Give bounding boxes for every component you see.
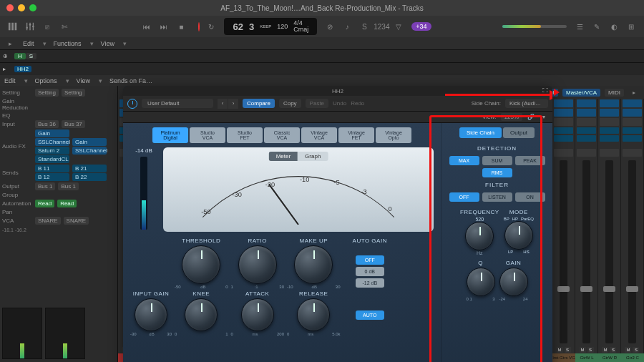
editbar-item[interactable]: Edit xyxy=(23,40,34,47)
cycle-icon[interactable]: ↻ xyxy=(205,21,217,32)
channel-fader[interactable] xyxy=(45,308,85,359)
q-knob[interactable]: Q 0.13 xyxy=(467,260,495,301)
autogain-off[interactable]: OFF xyxy=(356,255,384,265)
release-knob[interactable]: RELEASE 0ms5.0k xyxy=(287,290,341,336)
channel-fader[interactable] xyxy=(2,308,42,359)
insert-slot[interactable]: SSLChannel xyxy=(35,138,69,146)
sidechain-tab[interactable]: Side Chain xyxy=(459,127,502,138)
rewind-icon[interactable]: ⏮ xyxy=(141,21,152,32)
gain-knob[interactable]: GAIN -2424 xyxy=(499,260,528,301)
editbar-item[interactable]: Functions xyxy=(54,40,82,47)
mixer-channel-strip[interactable]: MS xyxy=(575,99,598,353)
attack-knob[interactable]: ATTACK 0ms200 xyxy=(231,290,285,336)
detection-button[interactable]: RMS xyxy=(482,168,512,177)
link-icon[interactable]: 🔗 xyxy=(527,113,535,122)
autogain-12db[interactable]: -12 dB xyxy=(356,278,384,288)
bus-in[interactable]: Bus 36 xyxy=(35,120,59,128)
tuner-icon[interactable]: ♪ xyxy=(341,21,353,32)
copy-button[interactable]: Copy xyxy=(279,99,301,108)
mixer-channel-strip[interactable]: MS xyxy=(621,99,644,353)
plugin-titlebar[interactable]: HH2 ⛶ xyxy=(123,86,552,96)
setting-button[interactable]: Setting xyxy=(62,89,85,97)
notes-icon[interactable]: ✎ xyxy=(591,21,602,32)
autogain-0db[interactable]: 0 dB xyxy=(356,267,384,276)
vca-slot[interactable]: SNARE xyxy=(35,217,61,225)
mixer-channel-strip[interactable]: MS xyxy=(552,99,575,353)
mixer-tab[interactable]: Master/VCA xyxy=(562,89,600,97)
undo-button[interactable]: Undo xyxy=(333,100,346,107)
model-button[interactable]: StudioFET xyxy=(227,127,263,143)
model-button[interactable]: VintageOpto xyxy=(376,127,411,143)
detection-button[interactable]: PEAK xyxy=(515,156,545,165)
model-button[interactable]: ClassicVCA xyxy=(264,127,300,143)
next-preset-icon[interactable]: › xyxy=(228,99,238,109)
library-icon[interactable] xyxy=(7,21,19,32)
insert-slot[interactable]: Saturn 2 xyxy=(35,147,69,155)
track-color-label[interactable]: GtrW R xyxy=(598,353,621,362)
setting-button[interactable]: Setting xyxy=(35,89,59,97)
vca-slot[interactable]: SNARE xyxy=(64,217,89,225)
send-slot[interactable]: B 12 xyxy=(35,173,69,181)
chevron-left-icon[interactable]: ▸ xyxy=(4,38,16,49)
output-tab[interactable]: Output xyxy=(503,127,535,138)
solo-indicator[interactable]: H xyxy=(14,53,26,59)
model-button[interactable]: VintageVCA xyxy=(301,127,337,143)
makeup-knob[interactable]: MAKE UP -10dB30 xyxy=(287,238,341,289)
chevron-right-icon[interactable]: ▸ xyxy=(628,87,640,98)
preset-dropdown[interactable]: User Default xyxy=(142,99,213,108)
track-color-label[interactable]: GtrW L xyxy=(575,353,598,362)
lcd-display[interactable]: 62 3 KEEP 120 4/4 Cmaj xyxy=(224,18,317,35)
input-gain-knob[interactable]: INPUT GAIN -30dB30 xyxy=(130,290,172,336)
detection-button[interactable]: SUM xyxy=(482,156,512,165)
mixer-edit-item[interactable]: Edit xyxy=(4,77,16,84)
replace-icon[interactable]: ⊘ xyxy=(324,21,336,32)
master-volume[interactable] xyxy=(502,25,567,28)
compare-button[interactable]: Compare xyxy=(243,99,275,108)
forward-icon[interactable]: ⏭ xyxy=(158,21,170,32)
stop-icon[interactable]: ■ xyxy=(175,21,187,32)
mixer-icon[interactable] xyxy=(24,21,36,32)
s-indicator[interactable]: S xyxy=(26,53,36,59)
filter-button[interactable]: LISTEN xyxy=(482,192,512,202)
solo-icon[interactable]: S xyxy=(358,21,370,32)
ratio-knob[interactable]: RATIO 1:130 xyxy=(231,238,285,289)
send-slot[interactable]: B 22 xyxy=(72,173,107,181)
output-slot[interactable]: Bus 1 xyxy=(35,182,55,190)
track-color-label[interactable]: Gtr2 C xyxy=(621,353,644,362)
vu-tab-meter[interactable]: Meter xyxy=(269,152,298,161)
auto-release-button[interactable]: AUTO xyxy=(356,310,384,320)
redo-button[interactable]: Redo xyxy=(351,100,364,107)
editbar-item[interactable]: View xyxy=(101,40,114,47)
filter-button[interactable]: OFF xyxy=(449,192,479,202)
toolbar-icon[interactable]: ⎚ xyxy=(42,21,53,32)
send-slot[interactable]: B 21 xyxy=(72,165,107,172)
mixer-edit-item[interactable]: View xyxy=(77,77,90,84)
insert-slot[interactable]: Gain xyxy=(72,138,107,146)
insert-slot[interactable]: Gain xyxy=(35,129,69,137)
mode-knob[interactable]: MODE BP HP ParEQ LP HS xyxy=(504,209,534,255)
mixer-edit-item[interactable]: Options xyxy=(35,77,57,84)
power-button[interactable] xyxy=(127,99,137,109)
mixer-tab[interactable]: MIDI xyxy=(605,89,624,97)
insert-slot[interactable]: StandardCL xyxy=(35,155,69,163)
loops-icon[interactable]: ◐ xyxy=(608,21,620,32)
browser-icon[interactable]: ⊞ xyxy=(625,21,637,32)
mixer-channel-strip[interactable]: MS xyxy=(598,99,621,353)
cpu-badge[interactable]: +34 xyxy=(411,22,431,31)
output-slot[interactable]: Bus 1 xyxy=(58,182,78,190)
record-button[interactable] xyxy=(198,23,200,31)
sidechain-dropdown[interactable]: Kick (Audi… xyxy=(505,99,548,108)
automation-mode[interactable]: Read xyxy=(57,200,77,207)
mixer-edit-item[interactable]: Sends on Fa… xyxy=(109,77,152,84)
detection-button[interactable]: MAX xyxy=(449,156,479,165)
model-button[interactable]: VintageFET xyxy=(338,127,374,143)
count-icon[interactable]: 1234 xyxy=(376,21,387,32)
paste-button[interactable]: Paste xyxy=(306,99,328,108)
metronome-icon[interactable]: ▽ xyxy=(393,21,404,32)
expand-icon[interactable]: ⛶ xyxy=(542,87,550,94)
track-color-label[interactable]: First Gtrs VCA xyxy=(552,353,575,362)
prev-preset-icon[interactable]: ‹ xyxy=(218,99,228,109)
track-selected-row[interactable]: ▸ HH2 xyxy=(0,62,644,75)
scissors-icon[interactable]: ✄ xyxy=(59,21,70,32)
vu-tab-graph[interactable]: Graph xyxy=(298,152,328,161)
